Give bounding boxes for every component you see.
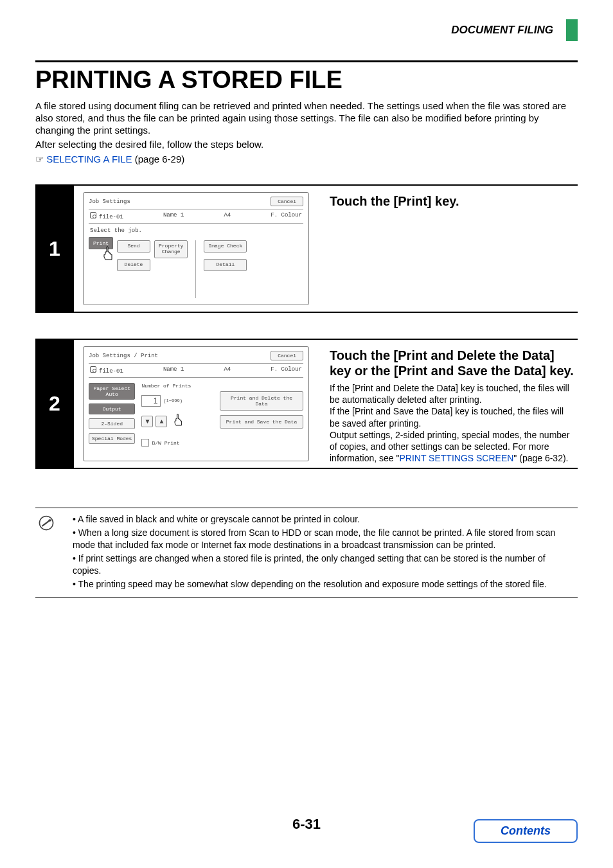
step-2: 2 Job Settings / Print Cancel file-01 Na…: [35, 339, 578, 469]
send-button[interactable]: Send: [117, 240, 150, 252]
divider: [195, 240, 196, 298]
file-color: F. Colour: [271, 366, 302, 375]
file-row: file-01 Name 1 A4 F. Colour: [89, 366, 303, 375]
section-title: DOCUMENT FILING: [451, 24, 553, 37]
print-save-button[interactable]: Print and Save the Data: [220, 415, 303, 429]
job-settings-panel: Job Settings Cancel file-01 Name 1 A4 F.…: [83, 192, 309, 305]
detail-button[interactable]: Detail: [204, 259, 247, 271]
note-item: The printing speed may be somewhat slow …: [73, 578, 575, 590]
delete-button[interactable]: Delete: [117, 259, 150, 271]
copies-value: 1: [141, 395, 161, 407]
copies-label: Number of Prints: [141, 383, 303, 389]
print-panel: Job Settings / Print Cancel file-01 Name…: [83, 346, 309, 461]
hand-pointer-icon: [100, 245, 118, 265]
step-heading: Touch the [Print and Delete the Data] ke…: [330, 348, 574, 378]
notes-box: A file saved in black and white or greys…: [35, 508, 578, 597]
select-job-text: Select the job.: [90, 227, 303, 234]
file-name: file-01: [99, 214, 123, 220]
copies-range: (1~999): [163, 398, 182, 403]
pointer-icon: ☞: [35, 154, 44, 164]
panel-title: Job Settings: [89, 199, 130, 205]
svg-point-1: [48, 520, 51, 522]
rule-top: [35, 60, 578, 62]
note-item: A file saved in black and white or greys…: [73, 513, 575, 526]
special-modes-button[interactable]: Special Modes: [89, 433, 135, 444]
step-1: 1 Job Settings Cancel file-01 Name 1 A4 …: [35, 184, 578, 313]
print-settings-link[interactable]: PRINT SETTINGS SCREEN: [399, 453, 513, 463]
down-arrow-button[interactable]: ▼: [141, 416, 153, 427]
page-title: PRINTING A STORED FILE: [35, 66, 578, 94]
note-item: When a long size document is stored from…: [73, 527, 575, 551]
print-delete-button[interactable]: Print and Delete the Data: [220, 391, 303, 411]
after-select-text: After selecting the desired file, follow…: [35, 139, 578, 151]
cancel-button[interactable]: Cancel: [271, 197, 303, 206]
image-check-button[interactable]: Image Check: [204, 240, 247, 252]
hand-pointer-icon: [171, 413, 188, 430]
output-button[interactable]: Output: [89, 403, 135, 414]
selecting-file-link[interactable]: SELECTING A FILE: [46, 154, 132, 164]
file-user: Name 1: [163, 212, 184, 220]
step-heading: Touch the [Print] key.: [330, 193, 574, 209]
file-size: A4: [224, 366, 231, 375]
file-name: file-01: [99, 368, 123, 375]
link-page: (page 6-29): [132, 154, 185, 164]
cancel-button[interactable]: Cancel: [271, 351, 303, 360]
note-icon: [38, 513, 55, 591]
bw-print-label: B/W Print: [152, 440, 179, 446]
step-number: 2: [35, 340, 74, 468]
bw-checkbox[interactable]: [141, 439, 149, 447]
contents-button[interactable]: Contents: [474, 819, 578, 843]
step-body: If the [Print and Delete the Data] key i…: [330, 382, 574, 464]
two-sided-button[interactable]: 2-Sided: [89, 418, 135, 429]
note-item: If print settings are changed when a sto…: [73, 553, 575, 577]
see-link: ☞ SELECTING A FILE (page 6-29): [35, 154, 578, 165]
file-color: F. Colour: [271, 212, 302, 220]
file-row: file-01 Name 1 A4 F. Colour: [89, 212, 303, 220]
file-size: A4: [224, 212, 231, 220]
file-icon: [90, 212, 96, 218]
step-number: 1: [35, 186, 74, 312]
property-change-button[interactable]: Property Change: [154, 240, 188, 258]
panel-title: Job Settings / Print: [89, 353, 158, 359]
file-user: Name 1: [163, 366, 184, 375]
up-arrow-button[interactable]: ▲: [155, 416, 167, 427]
file-icon: [90, 366, 96, 373]
section-header: DOCUMENT FILING: [35, 19, 578, 41]
intro-text: A file stored using document filing can …: [35, 100, 578, 136]
paper-select-button[interactable]: Paper Select Auto: [89, 383, 135, 400]
